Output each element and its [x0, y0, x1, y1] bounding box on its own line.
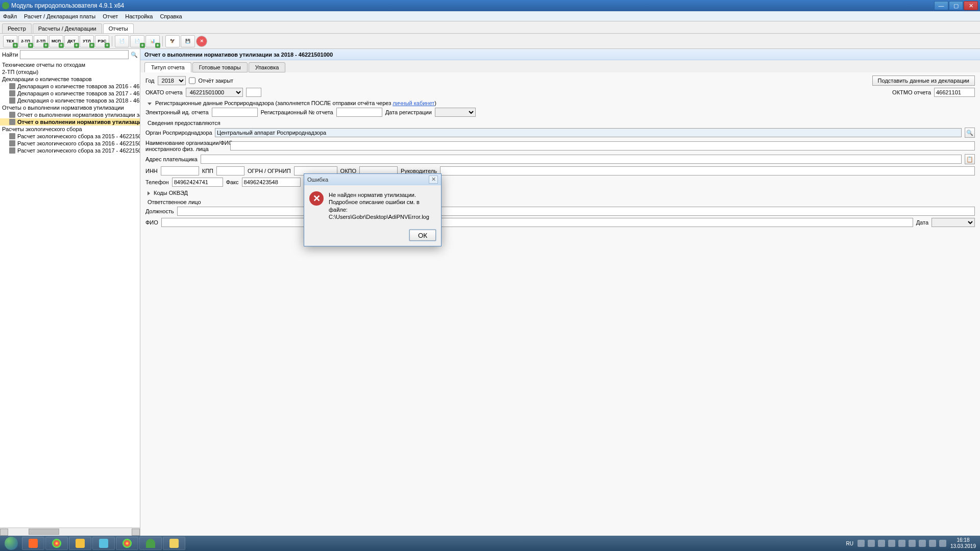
task-chrome[interactable]	[45, 537, 68, 550]
tray-icon[interactable]	[857, 540, 865, 547]
tray-lang[interactable]: RU	[846, 541, 853, 546]
regnum-input[interactable]	[336, 108, 382, 117]
inner-tabs: Титул отчета Готовые товары Упаковка	[140, 60, 980, 72]
tab-declarations[interactable]: Расчеты / Декларации	[33, 23, 102, 33]
responsible-section: Ответственное лицо	[145, 199, 975, 205]
orgname-input[interactable]	[230, 141, 975, 151]
tray-icon[interactable]	[919, 540, 926, 547]
tray-icon[interactable]	[939, 540, 946, 547]
inner-tab-goods[interactable]: Готовые товары	[192, 62, 248, 72]
tb-emblem-icon[interactable]: 🦅	[165, 35, 180, 47]
tree-item[interactable]: Декларация о количестве товаров за 2016 …	[0, 83, 140, 90]
tree-item[interactable]: Декларация о количестве товаров за 2017 …	[0, 90, 140, 97]
tb-2tp-rek[interactable]: 2-ТП+	[18, 35, 33, 47]
fax-input[interactable]	[242, 178, 301, 187]
inn-label: ИНН	[145, 168, 158, 174]
fax-label: Факс	[226, 179, 239, 185]
task-chrome2[interactable]	[116, 537, 138, 550]
task-firefox[interactable]	[22, 537, 44, 550]
scroll-right-icon[interactable]	[132, 529, 140, 536]
regdate-select[interactable]	[435, 108, 476, 117]
tray-icon[interactable]	[888, 540, 895, 547]
addr-lookup-icon[interactable]: 📋	[965, 154, 975, 164]
tray-icon[interactable]	[878, 540, 885, 547]
okved-section[interactable]: Коды ОКВЭД	[145, 190, 975, 196]
menu-help[interactable]: Справка	[160, 13, 182, 19]
tray-icons[interactable]	[857, 540, 946, 547]
tree-item[interactable]: Декларация о количестве товаров за 2018 …	[0, 97, 140, 104]
year-select[interactable]: 2018	[158, 76, 186, 85]
tree-item[interactable]: Расчеты экологического сбора	[0, 126, 140, 133]
phone-input[interactable]	[172, 178, 223, 187]
fio-input[interactable]	[161, 218, 913, 227]
tb-xls-icon[interactable]: 📊+	[145, 35, 160, 47]
inn-input[interactable]	[161, 166, 199, 176]
eid-input[interactable]	[212, 108, 258, 117]
tb-utl[interactable]: УТЛ+	[80, 35, 94, 47]
close-button[interactable]: ✕	[964, 1, 978, 10]
tab-reports[interactable]: Отчеты	[103, 23, 134, 33]
okato-extra-input[interactable]	[246, 88, 261, 97]
chevron-down-icon[interactable]	[148, 103, 152, 105]
tb-2tp[interactable]: 2-ТП+	[34, 35, 48, 47]
menu-settings[interactable]: Настройка	[125, 13, 153, 19]
tree-item[interactable]: Отчет о выполнении нормативов утилизации…	[0, 111, 140, 118]
task-explorer[interactable]	[69, 537, 91, 550]
menu-file[interactable]: Файл	[3, 13, 17, 19]
minimize-button[interactable]: —	[934, 1, 948, 10]
tb-msp[interactable]: МСП+	[49, 35, 63, 47]
addr-input[interactable]	[201, 155, 962, 164]
tb-save-icon[interactable]: 💾	[181, 35, 195, 47]
tree-item[interactable]: Декларации о количестве товаров	[0, 76, 140, 83]
scroll-left-icon[interactable]	[0, 529, 8, 536]
search-input[interactable]	[20, 50, 129, 59]
tree-item[interactable]: Отчет о выполнении нормативов утилизации…	[0, 118, 140, 126]
kpp-input[interactable]	[216, 166, 244, 176]
task-app[interactable]	[139, 537, 162, 550]
tree-h-scrollbar[interactable]	[0, 528, 140, 536]
tree-item[interactable]: Расчет экологического сбора за 2017 - 46…	[0, 147, 140, 154]
tb-teh[interactable]: ТЕХ+	[3, 35, 17, 47]
tree-item[interactable]: Расчет экологического сбора за 2016 - 46…	[0, 140, 140, 147]
menu-report[interactable]: Отчет	[103, 13, 118, 19]
tray-icon[interactable]	[898, 540, 905, 547]
inner-tab-packaging[interactable]: Упаковка	[249, 62, 286, 72]
tb-dkt[interactable]: ДКТ+	[64, 35, 79, 47]
position-input[interactable]	[177, 207, 975, 216]
tray-icon[interactable]	[929, 540, 936, 547]
tree-item-label: Отчет о выполнении нормативов утилизации…	[17, 119, 140, 125]
year-label: Год	[145, 78, 155, 84]
respdate-select[interactable]	[932, 218, 975, 227]
maximize-button[interactable]: ▢	[949, 1, 963, 10]
leader-input[interactable]	[440, 166, 975, 176]
tree-item[interactable]: Отчеты о выполнении нормативов утилизаци…	[0, 104, 140, 111]
inner-tab-title[interactable]: Титул отчета	[144, 62, 191, 72]
task-calc[interactable]	[92, 537, 115, 550]
tb-res[interactable]: РЭС+	[95, 35, 109, 47]
tray-clock[interactable]: 16:18 13.03.2019	[950, 537, 976, 549]
tray-icon[interactable]	[868, 540, 875, 547]
tb-close-icon[interactable]: ✕	[196, 36, 207, 47]
personal-cabinet-link[interactable]: личный кабинет	[393, 100, 434, 106]
dialog-close-button[interactable]: ✕	[429, 176, 438, 184]
start-button[interactable]	[1, 536, 21, 551]
oktmo-input[interactable]	[934, 88, 975, 97]
tree-item[interactable]: Расчет экологического сбора за 2015 - 46…	[0, 133, 140, 140]
okato-select[interactable]: 46221501000	[186, 88, 243, 97]
search-icon[interactable]: 🔍	[131, 52, 138, 58]
dialog-ok-button[interactable]: ОК	[409, 230, 436, 241]
organ-input[interactable]	[215, 128, 962, 137]
fill-from-declaration-button[interactable]: Подставить данные из декларации	[872, 76, 975, 86]
chevron-right-icon[interactable]	[148, 191, 150, 195]
tab-registry[interactable]: Реестр	[2, 23, 32, 33]
tb-doc2-icon[interactable]: 📄+	[130, 35, 144, 47]
tb-doc1-icon[interactable]: 📄	[115, 35, 129, 47]
tree-item[interactable]: Технические отчеты по отходам	[0, 61, 140, 68]
menu-calc[interactable]: Расчет / Декларация платы	[24, 13, 95, 19]
task-paint[interactable]	[163, 537, 185, 550]
organ-lookup-icon[interactable]: 🔍	[965, 128, 975, 138]
closed-checkbox[interactable]	[189, 76, 195, 85]
tray-icon[interactable]	[909, 540, 916, 547]
tree-item[interactable]: 2-ТП (отходы)	[0, 68, 140, 76]
doc-icon	[9, 112, 15, 118]
